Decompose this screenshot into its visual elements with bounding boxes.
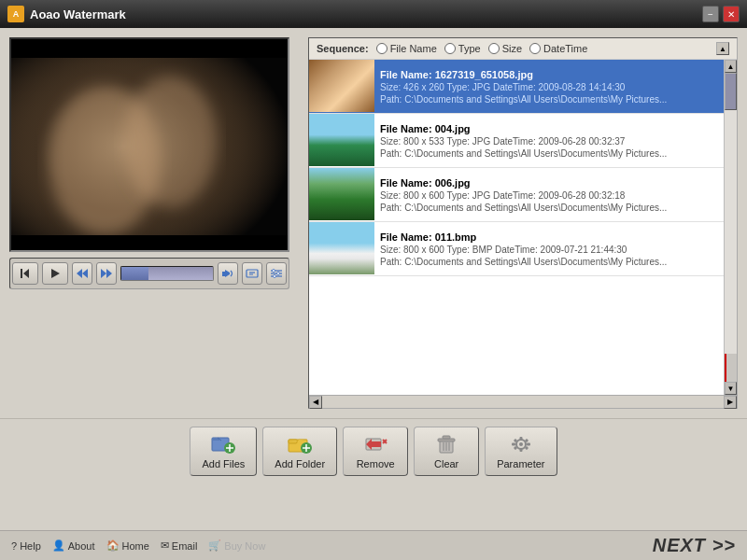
scroll-up-btn[interactable]: ▲ [725,60,737,73]
parameter-label: Parameter [497,458,544,469]
file-info: File Name: 011.bmpSize: 747 x 560 Type: … [374,222,724,275]
prev-button[interactable] [12,262,38,285]
parameter-button[interactable]: Parameter [485,427,557,476]
file-path: Path: C:\Documents and Settings\All User… [380,94,718,105]
scroll-indicator [725,354,737,382]
file-info: File Name: 006.jpgSize: 747 x 560 Type: … [374,168,724,221]
scrollbar-track[interactable]: ▲ ▼ [724,60,737,395]
radio-label-type: Type [458,43,481,54]
main-window: Sequence: File Name Type Size DateTime [0,28,747,560]
file-list[interactable]: ▲ ▼ File Name: 1627319_651058.jpgSize: 4… [309,60,737,395]
title-bar: A Aoao Watermark − ✕ [0,0,747,28]
clear-label: Clear [434,458,458,469]
scroll-thumb[interactable] [725,73,737,110]
add-files-icon [210,433,236,455]
radio-label-filename: File Name [390,43,437,54]
clear-button[interactable]: Clear [414,427,479,476]
playback-controls [9,258,289,289]
svg-point-44 [519,442,523,446]
radio-datetime[interactable]: DateTime [529,43,587,54]
title-bar-left: A Aoao Watermark [7,6,126,22]
radio-circle-filename [376,43,388,54]
radio-circle-type [444,43,456,54]
radio-filename[interactable]: File Name [376,43,437,54]
email-icon: ✉ [161,539,169,552]
svg-marker-12 [225,270,230,277]
add-folder-button[interactable]: Add Folder [262,427,337,476]
video-content [11,39,288,250]
file-path: Path: C:\Documents and Settings\All User… [380,203,718,213]
svg-rect-47 [512,443,515,446]
svg-point-5 [123,77,217,207]
about-link[interactable]: 👤 About [52,539,95,552]
remove-icon [362,433,388,455]
email-link[interactable]: ✉ Email [161,539,198,552]
help-label: Help [20,540,41,552]
svg-rect-39 [443,436,450,439]
file-path: Path: C:\Documents and Settings\All User… [380,148,718,159]
home-label: Home [122,540,149,552]
file-list-item[interactable]: File Name: 004.jpgSize: 800 x 533 Type: … [309,114,724,168]
file-list-item[interactable]: File Name: 1627319_651058.jpgSize: 426 x… [309,60,724,114]
close-button[interactable]: ✕ [723,6,740,22]
add-files-label: Add Files [202,458,245,469]
play-button[interactable] [42,262,68,285]
file-list-item[interactable]: File Name: 011.bmpSize: 747 x 560 Type: … [309,222,724,276]
file-meta: Size: 426 x 260 Type: JPG DateTime: 2009… [380,82,718,92]
svg-point-20 [277,273,280,275]
forward-button[interactable] [96,262,117,285]
email-label: Email [172,540,198,552]
svg-rect-46 [519,448,522,452]
about-label: About [68,540,95,552]
hscroll-right[interactable]: ▶ [724,396,737,409]
horizontal-scrollbar: ◀ ▶ [309,395,737,408]
home-icon: 🏠 [106,539,120,552]
svg-rect-7 [11,235,289,252]
progress-bar[interactable] [120,266,214,281]
file-info: File Name: 1627319_651058.jpgSize: 426 x… [374,60,724,113]
add-folder-label: Add Folder [275,458,325,469]
svg-marker-8 [23,269,29,278]
next-button[interactable]: NEXT >> [653,535,736,556]
file-name: File Name: 1627319_651058.jpg [380,69,718,80]
buynow-link[interactable]: 🛒 Buy Now [208,539,265,552]
svg-rect-6 [11,39,289,58]
scroll-up-arrow[interactable]: ▲ [716,42,729,55]
settings-ctrl-button[interactable] [266,262,287,285]
file-meta: Size: 747 x 560 Type: JPG DateTime: 2009… [380,190,718,201]
help-icon: ? [11,540,17,552]
about-icon: 👤 [52,539,65,552]
bottom-bar: ? Help 👤 About 🏠 Home ✉ Email 🛒 Buy Now … [0,530,747,560]
add-files-button[interactable]: Add Files [190,427,257,476]
svg-rect-45 [519,437,522,441]
video-preview [9,37,289,252]
help-link[interactable]: ? Help [11,540,41,552]
sequence-bar: Sequence: File Name Type Size DateTime [309,38,737,60]
rewind-button[interactable] [72,262,92,285]
app-title: Aoao Watermark [30,7,126,21]
scroll-down-btn[interactable]: ▼ [725,382,737,395]
svg-rect-9 [21,269,22,278]
minimize-button[interactable]: − [702,6,719,22]
radio-label-size: Size [502,43,522,54]
zoom-button[interactable] [242,262,262,285]
hscroll-track[interactable] [322,396,724,408]
file-thumbnail [309,222,374,274]
left-panel [9,37,299,409]
file-name: File Name: 006.jpg [380,177,718,189]
file-meta: Size: 800 x 533 Type: JPG DateTime: 2009… [380,136,718,147]
home-link[interactable]: 🏠 Home [106,539,149,552]
right-panel: Sequence: File Name Type Size DateTime [308,37,738,409]
status-area [0,483,747,530]
radio-type[interactable]: Type [444,43,481,54]
file-list-item[interactable]: File Name: 006.jpgSize: 747 x 560 Type: … [309,168,724,222]
remove-button[interactable]: Remove [343,427,408,476]
buynow-label: Buy Now [224,540,265,552]
sequence-label: Sequence: [317,43,369,54]
vol-button[interactable] [218,262,238,285]
radio-size[interactable]: Size [488,43,522,54]
add-folder-icon [287,433,313,455]
remove-label: Remove [357,458,395,469]
hscroll-left[interactable]: ◀ [309,396,322,409]
svg-rect-13 [247,270,258,277]
